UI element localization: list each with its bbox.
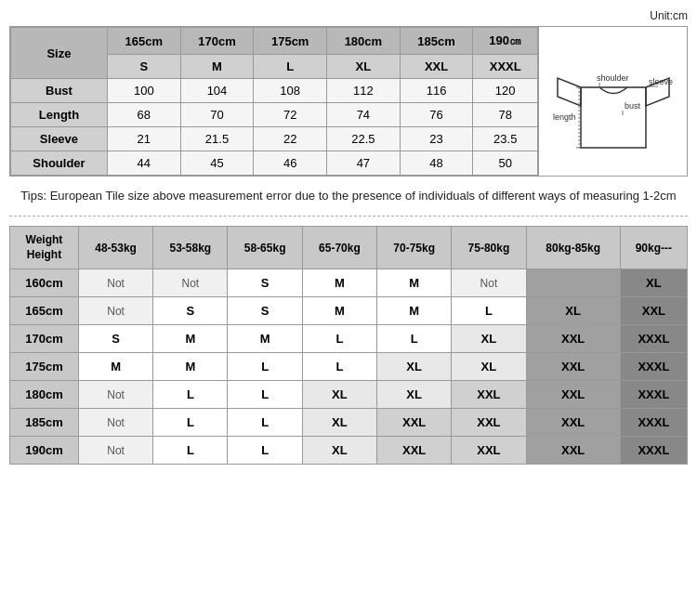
wh-cell-0-0: Not	[78, 269, 152, 297]
col-80-85: 80kg-85kg	[526, 227, 620, 269]
wh-cell-5-4: XXL	[377, 409, 452, 437]
wh-cell-3-0: M	[78, 353, 152, 381]
wh-cell-0-3: M	[302, 269, 376, 297]
svg-text:sleeve: sleeve	[649, 77, 673, 86]
size-cell-2-0: 21	[107, 127, 180, 151]
wh-cell-6-6: XXL	[526, 437, 620, 465]
size-row-label-1: Length	[11, 103, 108, 127]
col-58-65: 58-65kg	[228, 227, 302, 269]
size-cell-2-4: 23	[400, 127, 473, 151]
size-l: L	[254, 55, 327, 79]
size-cell-1-5: 78	[473, 103, 538, 127]
weight-height-table: Weight Height 48-53kg 53-58kg 58-65kg 65…	[9, 226, 688, 465]
wh-row-2: 170cmSMMLLXLXXLXXXL	[10, 325, 688, 353]
svg-marker-1	[558, 78, 581, 106]
height-190: 190㎝	[473, 28, 538, 55]
height-180: 180cm	[327, 28, 401, 55]
wh-cell-0-1: Not	[153, 269, 228, 297]
wh-cell-0-2: S	[228, 269, 302, 297]
size-row-0: Bust100104108112116120	[11, 79, 538, 103]
size-chart-wrapper: Size 165cm 170cm 175cm 180cm 185cm 190㎝ …	[9, 26, 688, 177]
size-cell-0-4: 116	[400, 79, 473, 103]
col-90: 90kg---	[620, 227, 687, 269]
size-xl: XL	[327, 55, 401, 79]
wh-cell-3-6: XXL	[526, 353, 620, 381]
wh-cell-2-5: XL	[452, 325, 526, 353]
size-cell-2-2: 22	[254, 127, 327, 151]
wh-cell-6-2: L	[228, 437, 302, 465]
wh-cell-1-5: L	[452, 297, 526, 325]
size-cell-0-5: 120	[473, 79, 538, 103]
size-cell-3-5: 50	[473, 151, 538, 176]
wh-cell-2-4: L	[377, 325, 452, 353]
wh-cell-6-0: Not	[78, 437, 152, 465]
wh-row-4: 180cmNotLLXLXLXXLXXLXXXL	[10, 381, 688, 409]
wh-cell-6-5: XXL	[452, 437, 526, 465]
svg-text:length: length	[553, 112, 576, 122]
wh-cell-4-6: XXL	[526, 381, 620, 409]
wh-cell-5-0: Not	[78, 409, 152, 437]
size-diagram: shoulder sleeve bust length	[538, 27, 687, 176]
wh-cell-1-3: M	[302, 297, 376, 325]
wh-header-row: Weight Height 48-53kg 53-58kg 58-65kg 65…	[10, 227, 688, 269]
svg-rect-0	[581, 87, 646, 148]
size-cell-3-0: 44	[107, 151, 180, 176]
height-170: 170cm	[180, 28, 254, 55]
wh-cell-5-1: L	[153, 409, 228, 437]
corner-cell: Weight Height	[10, 227, 79, 269]
col-75-80: 75-80kg	[452, 227, 526, 269]
size-cell-0-0: 100	[107, 79, 180, 103]
size-xxl: XXL	[400, 55, 473, 79]
wh-cell-1-2: S	[228, 297, 302, 325]
wh-cell-1-0: Not	[78, 297, 152, 325]
wh-cell-0-6	[526, 269, 620, 297]
size-cell-3-3: 47	[327, 151, 401, 176]
size-cell-2-3: 22.5	[327, 127, 401, 151]
wh-cell-4-1: L	[153, 381, 228, 409]
wh-cell-3-5: XL	[452, 353, 526, 381]
wh-cell-3-3: L	[302, 353, 376, 381]
size-row-label-3: Shoulder	[11, 151, 108, 176]
wh-row-label-2: 170cm	[10, 325, 79, 353]
wh-cell-0-5: Not	[452, 269, 526, 297]
size-cell-2-5: 23.5	[473, 127, 538, 151]
size-cell-1-0: 68	[107, 103, 180, 127]
size-cell-3-4: 48	[400, 151, 473, 176]
size-row-1: Length687072747678	[11, 103, 538, 127]
wh-row-label-4: 180cm	[10, 381, 79, 409]
wh-cell-2-6: XXL	[526, 325, 620, 353]
wh-cell-3-1: M	[153, 353, 228, 381]
wh-row-0: 160cmNotNotSMMNotXL	[10, 269, 688, 297]
wh-row-label-5: 185cm	[10, 409, 79, 437]
wh-cell-4-5: XXL	[452, 381, 526, 409]
col-65-70: 65-70kg	[302, 227, 376, 269]
col-48-53: 48-53kg	[78, 227, 152, 269]
wh-cell-2-3: L	[302, 325, 376, 353]
wh-cell-2-1: M	[153, 325, 228, 353]
size-row-label-0: Bust	[11, 79, 108, 103]
tips-text: Tips: European Tile size above measureme…	[9, 186, 688, 216]
wh-row-label-1: 165cm	[10, 297, 79, 325]
height-175: 175cm	[254, 28, 327, 55]
size-cell-3-1: 45	[180, 151, 254, 176]
wh-cell-1-6: XL	[526, 297, 620, 325]
size-m: M	[180, 55, 254, 79]
wh-row-1: 165cmNotSSMMLXLXXL	[10, 297, 688, 325]
size-cell-1-2: 72	[254, 103, 327, 127]
wh-row-label-6: 190cm	[10, 437, 79, 465]
size-row-label-2: Sleeve	[11, 127, 108, 151]
unit-label: Unit:cm	[9, 9, 688, 22]
size-table: Size 165cm 170cm 175cm 180cm 185cm 190㎝ …	[10, 27, 538, 176]
wh-row-5: 185cmNotLLXLXXLXXLXXLXXXL	[10, 409, 688, 437]
wh-cell-2-0: S	[78, 325, 152, 353]
wh-cell-6-7: XXXL	[620, 437, 687, 465]
size-cell-1-1: 70	[180, 103, 254, 127]
wh-cell-2-7: XXXL	[620, 325, 687, 353]
wh-cell-4-2: L	[228, 381, 302, 409]
wh-row-label-0: 160cm	[10, 269, 79, 297]
size-cell-0-2: 108	[254, 79, 327, 103]
wh-cell-1-1: S	[153, 297, 228, 325]
size-row-3: Shoulder444546474850	[11, 151, 538, 176]
wh-cell-5-7: XXXL	[620, 409, 687, 437]
svg-text:shoulder: shoulder	[597, 73, 629, 83]
